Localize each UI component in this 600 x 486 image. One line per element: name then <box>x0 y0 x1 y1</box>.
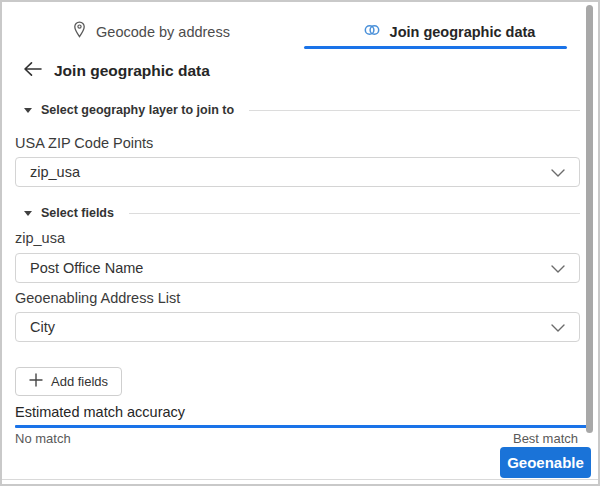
back-button[interactable] <box>22 61 43 81</box>
join-field-label: zip_usa <box>15 230 65 246</box>
tab-join-geographic-data[interactable]: Join geographic data <box>300 14 598 50</box>
bottom-divider <box>2 479 598 480</box>
section-header-geography-layer[interactable]: Select geography layer to join to <box>24 103 580 117</box>
tab-join-label: Join geographic data <box>390 24 536 40</box>
chevron-down-icon <box>551 318 565 336</box>
geography-layer-select[interactable]: zip_usa <box>15 157 580 187</box>
address-field-select[interactable]: City <box>15 312 580 342</box>
section-header-select-fields[interactable]: Select fields <box>24 206 580 220</box>
best-match-label: Best match <box>513 431 578 446</box>
chevron-down-icon <box>551 163 565 181</box>
vertical-scrollbar-thumb[interactable] <box>586 5 593 433</box>
join-links-icon <box>363 22 381 42</box>
match-accuracy-title: Estimated match accuracy <box>15 404 185 420</box>
address-field-label: Geoenabling Address List <box>15 290 180 306</box>
caret-down-icon <box>24 211 32 216</box>
plus-icon <box>29 373 43 390</box>
active-tab-underline <box>304 46 567 49</box>
chevron-down-icon <box>551 259 565 277</box>
layer-field-label: USA ZIP Code Points <box>15 135 153 151</box>
section-title: Select fields <box>41 206 114 220</box>
arrow-left-icon <box>22 61 43 81</box>
tab-geocode-by-address[interactable]: Geocode by address <box>2 14 300 50</box>
map-pin-icon <box>72 21 87 43</box>
add-fields-label: Add fields <box>51 374 108 389</box>
join-geographic-data-panel: Geocode by address Join geographic data … <box>0 0 600 486</box>
section-divider <box>129 213 580 214</box>
section-title: Select geography layer to join to <box>41 103 234 117</box>
join-field-select-value: Post Office Name <box>30 260 143 276</box>
section-divider <box>249 110 580 111</box>
add-fields-button[interactable]: Add fields <box>15 367 122 396</box>
join-field-select[interactable]: Post Office Name <box>15 253 580 283</box>
tab-bar: Geocode by address Join geographic data <box>2 14 598 50</box>
match-accuracy-slider[interactable] <box>15 425 590 428</box>
geography-layer-select-value: zip_usa <box>30 164 80 180</box>
address-field-select-value: City <box>30 319 55 335</box>
tab-geocode-label: Geocode by address <box>96 24 230 40</box>
page-header: Join geographic data <box>22 61 210 81</box>
geoenable-button[interactable]: Geoenable <box>500 447 591 478</box>
no-match-label: No match <box>15 431 71 446</box>
page-title: Join geographic data <box>54 62 210 80</box>
caret-down-icon <box>24 108 32 113</box>
